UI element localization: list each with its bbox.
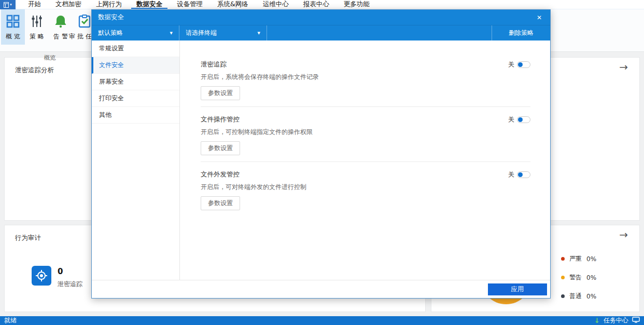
normal-value: 0% [586, 293, 596, 300]
parameter-settings-button[interactable]: 参数设置 [201, 141, 240, 155]
tab-system-network[interactable]: 系统&网络 [210, 0, 256, 9]
status-ready-text: 就绪 [4, 316, 594, 325]
chevron-down-icon: ▼ [170, 31, 173, 35]
leak-analysis-title: 泄密追踪分析 [15, 66, 54, 75]
policy-select[interactable]: 默认策略 ▼ [92, 25, 179, 40]
arrow-right-icon[interactable]: → [619, 62, 628, 72]
terminal-select-value: 请选择终端 [186, 29, 258, 37]
toggle-state-label: 关 [508, 170, 514, 179]
sidebar-item-print-security[interactable]: 打印安全 [92, 90, 179, 107]
chevron-down-icon: ▾ [10, 3, 12, 7]
sliders-icon [30, 13, 44, 29]
sidebar-item-file-security[interactable]: 文件安全 [92, 57, 179, 74]
legend-item-normal: 普通 0% [561, 292, 596, 301]
behavior-audit-title: 行为审计 [15, 234, 41, 242]
ribbon-overview-label: 概览 [4, 32, 22, 41]
task-center-button[interactable]: 任务中心 [604, 316, 628, 325]
dialog-footer: 应用 [92, 280, 550, 298]
file-outgoing-toggle[interactable] [517, 171, 530, 178]
ribbon-policy-button[interactable]: 策略 [25, 9, 49, 45]
tab-more-features[interactable]: 更多功能 [337, 0, 377, 9]
grid-icon [6, 13, 20, 29]
tab-report-center[interactable]: 报表中心 [296, 0, 337, 9]
tab-start[interactable]: 开始 [21, 0, 48, 9]
close-icon[interactable]: ✕ [535, 13, 544, 22]
ribbon-group-label: 概览 [0, 54, 100, 62]
setting-row-file-outgoing: 文件外发管控 关 开启后，可对终端外发的文件进行控制 参数设置 [201, 170, 530, 216]
download-arrow-icon: ↓ [594, 317, 600, 324]
toggle-state-label: 关 [508, 115, 514, 124]
policy-select-value: 默认策略 [98, 29, 170, 37]
dialog-header: 数据安全 ✕ [92, 10, 550, 25]
warning-label: 警告 [569, 273, 582, 282]
parameter-settings-button[interactable]: 参数设置 [201, 86, 240, 100]
clipboard-check-icon [78, 13, 91, 29]
leak-trace-toggle[interactable] [517, 61, 530, 68]
delete-policy-button[interactable]: 删除策略 [492, 25, 550, 40]
severe-value: 0% [586, 255, 596, 263]
tab-web-behavior[interactable]: 上网行为 [89, 0, 129, 9]
menu-bar: ▾ 开始 文档加密 上网行为 数据安全 设备管理 系统&网络 运维中心 报表中心… [0, 0, 644, 9]
parameter-settings-button[interactable]: 参数设置 [201, 196, 240, 210]
ribbon-policy-label: 策略 [27, 32, 46, 41]
target-icon [32, 266, 51, 286]
dialog-sidebar: 常规设置 文件安全 屏幕安全 打印安全 其他 [92, 40, 180, 280]
legend-item-severe: 严重 0% [561, 254, 596, 263]
chevron-down-icon: ▼ [258, 31, 260, 35]
leak-trace-count: 0 [58, 267, 82, 276]
setting-title: 泄密追踪 [201, 60, 227, 69]
leak-trace-label: 泄密追踪 [58, 280, 82, 289]
setting-title: 文件外发管控 [201, 170, 240, 179]
normal-label: 普通 [569, 292, 582, 301]
ribbon-overview-button[interactable]: 概览 [1, 9, 25, 45]
apply-button[interactable]: 应用 [488, 283, 547, 295]
sidebar-item-other[interactable]: 其他 [92, 107, 179, 124]
status-bar: 就绪 ↓ 任务中心 [0, 316, 644, 325]
dialog-toolbar: 默认策略 ▼ 请选择终端 ▼ 删除策略 [92, 25, 550, 40]
menu-tabs: 开始 文档加密 上网行为 数据安全 设备管理 系统&网络 运维中心 报表中心 更… [21, 0, 377, 9]
arrow-right-icon[interactable]: → [619, 229, 628, 240]
bell-icon [54, 13, 67, 29]
window-icon [4, 2, 9, 8]
dialog-body: 常规设置 文件安全 屏幕安全 打印安全 其他 泄密追踪 关 开启后，系统将会保存… [92, 40, 550, 280]
setting-row-leak-trace: 泄密追踪 关 开启后，系统将会保存终端的操作文件记录 参数设置 [201, 60, 530, 107]
sidebar-item-general[interactable]: 常规设置 [92, 40, 179, 57]
toolbar-spacer [267, 25, 492, 40]
tab-data-security[interactable]: 数据安全 [129, 0, 170, 9]
app-menu-button[interactable]: ▾ [0, 0, 16, 9]
setting-title: 文件操作管控 [201, 115, 240, 124]
leak-trace-stat: 0 泄密追踪 [32, 266, 82, 289]
severe-label: 严重 [569, 254, 582, 263]
warning-dot-icon [561, 276, 565, 279]
toggle-state-label: 关 [508, 60, 514, 69]
toggle-knob [518, 117, 523, 122]
setting-description: 开启后，可对终端外发的文件进行控制 [201, 183, 530, 192]
alarm-legend: 严重 0% 警告 0% 普通 0% [561, 254, 596, 301]
file-operation-toggle[interactable] [517, 116, 530, 123]
data-security-dialog: 数据安全 ✕ 默认策略 ▼ 请选择终端 ▼ 删除策略 常规设置 文件安全 屏幕安… [91, 9, 551, 299]
legend-item-warning: 警告 0% [561, 273, 596, 282]
warning-value: 0% [586, 274, 596, 281]
normal-dot-icon [561, 294, 565, 298]
toggle-knob [518, 172, 523, 177]
tab-ops-center[interactable]: 运维中心 [256, 0, 296, 9]
setting-row-file-operation: 文件操作管控 关 开启后，可控制终端指定文件的操作权限 参数设置 [201, 115, 530, 162]
severe-dot-icon [561, 257, 565, 261]
dialog-title: 数据安全 [98, 13, 535, 22]
monitor-icon[interactable] [632, 317, 640, 324]
settings-panel: 泄密追踪 关 开启后，系统将会保存终端的操作文件记录 参数设置 文件操作管控 关 [180, 40, 550, 280]
tab-doc-encryption[interactable]: 文档加密 [48, 0, 89, 9]
setting-description: 开启后，系统将会保存终端的操作文件记录 [201, 73, 530, 82]
tab-device-mgmt[interactable]: 设备管理 [170, 0, 210, 9]
terminal-select[interactable]: 请选择终端 ▼ [179, 25, 267, 40]
sidebar-item-screen-security[interactable]: 屏幕安全 [92, 74, 179, 90]
setting-description: 开启后，可控制终端指定文件的操作权限 [201, 128, 530, 137]
toggle-knob [518, 62, 523, 67]
